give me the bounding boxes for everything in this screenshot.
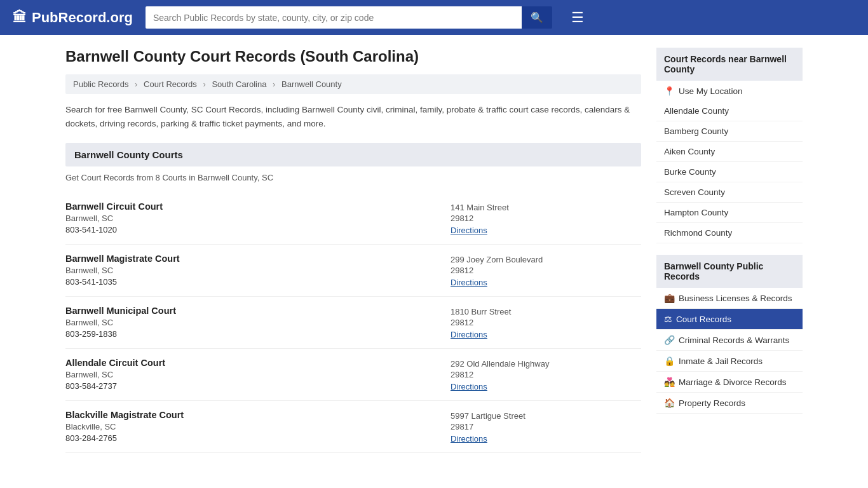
court-phone: 803-259-1838 [65,329,451,339]
court-address: 292 Old Allendale Highway [451,359,641,369]
court-right: 292 Old Allendale Highway 29812 Directio… [451,358,641,391]
nearby-county-item[interactable]: Richmond County [656,223,803,243]
nearby-list: 📍Use My LocationAllendale CountyBamberg … [656,81,803,243]
records-title: Barnwell County Public Records [656,255,803,288]
nearby-county-item[interactable]: Burke County [656,162,803,182]
court-zip: 29812 [451,266,641,275]
breadcrumb-sep-3: › [273,79,275,89]
records-item[interactable]: ⚖Court Records [656,309,803,330]
court-right: 1810 Burr Street 29812 Directions [451,306,641,339]
directions-link[interactable]: Directions [451,226,641,235]
court-city: Barnwell, SC [65,266,451,275]
records-box: Barnwell County Public Records 💼Business… [656,255,803,414]
records-item-icon: ⚖ [664,314,672,324]
breadcrumb-public-records[interactable]: Public Records [73,79,128,89]
court-address: 1810 Burr Street [451,307,641,316]
court-city: Blackville, SC [65,422,451,431]
court-left: Barnwell Municipal Court Barnwell, SC 80… [65,306,451,339]
nearby-county-label: Hampton County [664,208,728,217]
search-button[interactable]: 🔍 [522,6,552,29]
breadcrumb-barnwell-county: Barnwell County [281,79,342,89]
records-item-label: Inmate & Jail Records [679,356,763,366]
nearby-title: Court Records near Barnwell County [656,48,803,81]
court-left: Barnwell Circuit Court Barnwell, SC 803-… [65,201,451,235]
court-address: 299 Joey Zorn Boulevard [451,255,641,264]
court-name: Barnwell Municipal Court [65,306,451,316]
court-name: Barnwell Magistrate Court [65,254,451,264]
breadcrumb-sep-2: › [203,79,205,89]
content-area: Barnwell County Court Records (South Car… [65,48,641,453]
search-area: 🔍 [146,6,552,29]
directions-link[interactable]: Directions [451,434,641,444]
nearby-county-label: Richmond County [664,228,732,238]
court-phone: 803-284-2765 [65,433,451,443]
court-right: 141 Main Street 29812 Directions [451,201,641,235]
nearby-county-item[interactable]: Hampton County [656,203,803,223]
menu-button[interactable]: ☰ [571,10,584,26]
records-item-icon: 💼 [664,293,675,303]
court-zip: 29812 [451,370,641,379]
court-address: 5997 Lartigue Street [451,411,641,421]
court-city: Barnwell, SC [65,214,451,223]
court-entry: Allendale Circuit Court Barnwell, SC 803… [65,349,641,401]
records-item-icon: 🔗 [664,335,675,345]
page-title: Barnwell County Court Records (South Car… [65,48,641,65]
records-item-icon: 🔒 [664,356,675,366]
nearby-county-label: Screven County [664,187,725,197]
court-entry: Blackville Magistrate Court Blackville, … [65,401,641,453]
nearby-county-label: Allendale County [664,106,729,116]
records-item[interactable]: 💑Marriage & Divorce Records [656,372,803,393]
search-icon: 🔍 [531,12,543,23]
court-phone: 803-584-2737 [65,381,451,391]
court-phone: 803-541-1035 [65,277,451,287]
records-item[interactable]: 🔗Criminal Records & Warrants [656,330,803,351]
court-entry: Barnwell Circuit Court Barnwell, SC 803-… [65,193,641,245]
records-item-icon: 💑 [664,377,675,387]
court-name: Allendale Circuit Court [65,358,451,368]
breadcrumb-court-records[interactable]: Court Records [144,79,197,89]
nearby-county-item[interactable]: Aiken County [656,142,803,162]
court-city: Barnwell, SC [65,318,451,327]
nearby-box: Court Records near Barnwell County 📍Use … [656,48,803,243]
nearby-county-item[interactable]: Screven County [656,182,803,203]
courts-list: Barnwell Circuit Court Barnwell, SC 803-… [65,193,641,453]
records-item-label: Property Records [679,398,745,408]
court-address: 141 Main Street [451,203,641,212]
search-input[interactable] [146,6,522,29]
records-item-label: Business Licenses & Records [679,294,792,303]
directions-link[interactable]: Directions [451,278,641,287]
court-city: Barnwell, SC [65,370,451,379]
breadcrumb-south-carolina[interactable]: South Carolina [212,79,266,89]
records-item[interactable]: 🔒Inmate & Jail Records [656,351,803,372]
logo-icon: 🏛 [13,10,27,26]
site-logo[interactable]: 🏛 PubRecord.org [13,10,133,26]
hamburger-icon: ☰ [571,10,584,25]
court-entry: Barnwell Magistrate Court Barnwell, SC 8… [65,245,641,297]
records-item[interactable]: 💼Business Licenses & Records [656,288,803,309]
nearby-label: Use My Location [679,86,743,96]
records-item-label: Criminal Records & Warrants [679,336,789,345]
site-header: 🏛 PubRecord.org 🔍 ☰ [0,0,868,35]
court-entry: Barnwell Municipal Court Barnwell, SC 80… [65,297,641,349]
court-right: 5997 Lartigue Street 29817 Directions [451,410,641,444]
nearby-county-item[interactable]: Bamberg County [656,121,803,142]
nearby-county-label: Bamberg County [664,126,728,136]
breadcrumb: Public Records › Court Records › South C… [65,74,641,94]
directions-link[interactable]: Directions [451,330,641,339]
nearby-county-label: Aiken County [664,147,715,156]
court-left: Barnwell Magistrate Court Barnwell, SC 8… [65,254,451,287]
court-name: Blackville Magistrate Court [65,410,451,420]
main-container: Barnwell County Court Records (South Car… [53,35,815,466]
use-location-item[interactable]: 📍Use My Location [656,81,803,101]
court-left: Allendale Circuit Court Barnwell, SC 803… [65,358,451,391]
location-icon: 📍 [664,86,675,96]
directions-link[interactable]: Directions [451,382,641,391]
records-item-icon: 🏠 [664,398,675,408]
court-right: 299 Joey Zorn Boulevard 29812 Directions [451,254,641,287]
court-zip: 29812 [451,214,641,223]
records-list: 💼Business Licenses & Records⚖Court Recor… [656,288,803,414]
records-item[interactable]: 🏠Property Records [656,393,803,414]
records-item-label: Marriage & Divorce Records [679,377,787,387]
nearby-county-item[interactable]: Allendale County [656,101,803,121]
court-zip: 29812 [451,318,641,327]
